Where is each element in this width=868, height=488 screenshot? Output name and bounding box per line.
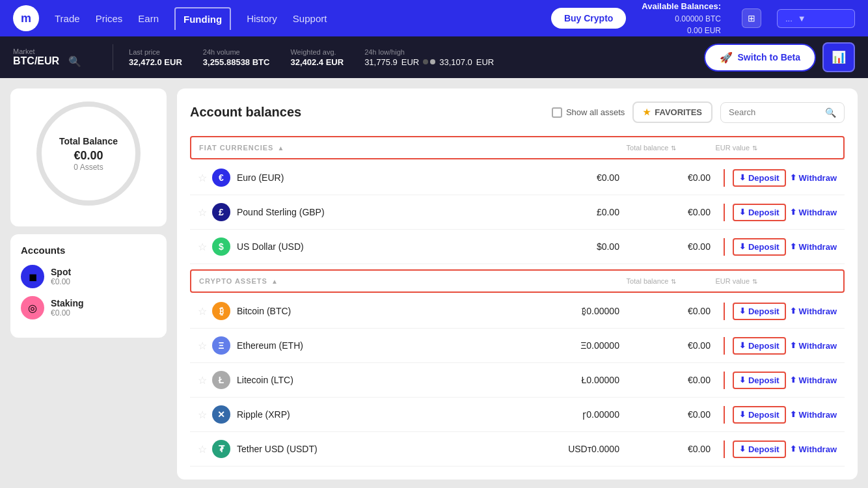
search-box: 🔍 xyxy=(720,102,845,123)
euro-eur-value: €0.00 xyxy=(632,172,724,183)
ltc-eur-value: €0.00 xyxy=(632,375,724,385)
nav-earn[interactable]: Earn xyxy=(138,10,159,27)
withdraw-arrow-icon: ⬆ xyxy=(790,341,796,350)
show-all-checkbox[interactable] xyxy=(552,107,562,118)
assets-count: 0 Assets xyxy=(74,163,103,172)
total-balance-col-header: Total balance ⇅ xyxy=(627,144,677,152)
nav-history[interactable]: History xyxy=(247,10,277,27)
btc-deposit-button[interactable]: ⬇ Deposit xyxy=(733,303,786,320)
nav-funding[interactable]: Funding xyxy=(174,7,231,30)
xrp-deposit-button[interactable]: ⬇ Deposit xyxy=(733,406,786,424)
gbp-name: Pound Sterling (GBP) xyxy=(237,207,515,217)
weighted-avg-stat: Weighted avg. 32,402.4 EUR xyxy=(290,48,364,67)
euro-icon: € xyxy=(212,169,230,187)
xrp-star[interactable]: ☆ xyxy=(198,409,207,421)
total-balance-label: Total Balance xyxy=(59,136,118,146)
search-input[interactable] xyxy=(729,107,820,117)
show-all-assets-toggle[interactable]: Show all assets xyxy=(552,107,625,118)
gbp-star[interactable]: ☆ xyxy=(198,206,207,219)
eth-balance: Ξ0.00000 xyxy=(515,340,632,351)
gbp-deposit-button[interactable]: ⬇ Deposit xyxy=(733,204,786,221)
top-navigation: m Trade Prices Earn Funding History Supp… xyxy=(0,0,868,36)
favorites-button[interactable]: ★ FAVORITES xyxy=(632,102,712,123)
xrp-eur-value: €0.00 xyxy=(632,409,724,420)
logo[interactable]: m xyxy=(13,5,39,31)
left-sidebar: Total Balance €0.00 0 Assets Accounts ◼ … xyxy=(10,88,167,480)
nav-prices[interactable]: Prices xyxy=(96,10,123,27)
staking-account-item[interactable]: ◎ Staking €0.00 xyxy=(21,296,156,319)
deposit-arrow-icon: ⬇ xyxy=(739,306,746,316)
crypto-eur-value-col-header: EUR value ⇅ xyxy=(715,277,757,285)
btc-icon: ₿ xyxy=(212,302,230,320)
btc-eur-value: €0.00 xyxy=(632,306,724,316)
usdt-deposit-button[interactable]: ⬇ Deposit xyxy=(733,441,786,458)
xrp-actions: ⬇ Deposit ⬆ Withdraw xyxy=(724,406,837,424)
gbp-actions: ⬇ Deposit ⬆ Withdraw xyxy=(724,204,837,221)
nav-support[interactable]: Support xyxy=(293,10,327,27)
gbp-balance: £0.00 xyxy=(515,207,632,217)
btc-actions: ⬇ Deposit ⬆ Withdraw xyxy=(724,303,837,320)
usd-actions: ⬇ Deposit ⬆ Withdraw xyxy=(724,238,837,256)
gbp-withdraw-button[interactable]: ⬆ Withdraw xyxy=(790,208,837,217)
account-dropdown[interactable]: ... ▼ xyxy=(777,9,855,28)
crypto-total-balance-col-header: Total balance ⇅ xyxy=(627,277,677,285)
market-label: Market xyxy=(13,47,81,55)
ltc-deposit-button[interactable]: ⬇ Deposit xyxy=(733,372,786,389)
euro-star[interactable]: ☆ xyxy=(198,172,207,184)
btc-withdraw-button[interactable]: ⬆ Withdraw xyxy=(790,306,837,316)
withdraw-arrow-icon: ⬆ xyxy=(790,306,796,316)
usdt-star[interactable]: ☆ xyxy=(198,443,207,455)
usd-deposit-button[interactable]: ⬇ Deposit xyxy=(733,238,786,256)
rocket-icon: 🚀 xyxy=(720,51,733,64)
nav-trade[interactable]: Trade xyxy=(55,10,80,27)
fiat-section-header: FIAT CURRENCIES ▲ Total balance ⇅ EUR va… xyxy=(190,136,845,159)
switch-to-beta-button[interactable]: 🚀 Switch to Beta xyxy=(704,44,816,72)
deposit-arrow-icon: ⬇ xyxy=(739,410,746,419)
euro-row: ☆ € Euro (EUR) €0.00 €0.00 ⬇ Deposit ⬆ W… xyxy=(190,161,845,195)
withdraw-arrow-icon: ⬆ xyxy=(790,444,796,454)
xrp-withdraw-button[interactable]: ⬆ Withdraw xyxy=(790,410,837,420)
usdt-withdraw-button[interactable]: ⬆ Withdraw xyxy=(790,444,837,454)
market-bar: Market BTC/EUR 🔍 Last price 32,472.0 EUR… xyxy=(0,36,868,78)
usdt-name: Tether USD (USDT) xyxy=(237,444,515,454)
eth-star[interactable]: ☆ xyxy=(198,340,207,352)
eur-value-col-header: EUR value ⇅ xyxy=(715,144,757,152)
ltc-star[interactable]: ☆ xyxy=(198,374,207,386)
gbp-icon: £ xyxy=(212,203,230,221)
buy-crypto-button[interactable]: Buy Crypto xyxy=(551,8,626,29)
eth-deposit-button[interactable]: ⬇ Deposit xyxy=(733,337,786,355)
search-icon: 🔍 xyxy=(825,107,836,118)
usd-star[interactable]: ☆ xyxy=(198,241,207,253)
content-header: Account balances Show all assets ★ FAVOR… xyxy=(190,102,845,123)
usdt-eur-value: €0.00 xyxy=(632,444,724,454)
usd-balance: $0.00 xyxy=(515,241,632,252)
withdraw-arrow-icon: ⬆ xyxy=(790,242,796,251)
gbp-row: ☆ £ Pound Sterling (GBP) £0.00 €0.00 ⬇ D… xyxy=(190,195,845,230)
withdraw-arrow-icon: ⬆ xyxy=(790,410,796,419)
eth-withdraw-button[interactable]: ⬆ Withdraw xyxy=(790,341,837,351)
withdraw-arrow-icon: ⬆ xyxy=(790,173,796,182)
grid-icon[interactable]: ⊞ xyxy=(742,8,761,28)
withdraw-arrow-icon: ⬆ xyxy=(790,375,796,385)
euro-withdraw-button[interactable]: ⬆ Withdraw xyxy=(790,173,837,183)
low-high-stat: 24h low/high 31,775.9 EUR 33,107.0 EUR xyxy=(364,48,515,67)
spot-icon: ◼ xyxy=(21,265,44,288)
spot-account-item[interactable]: ◼ Spot €0.00 xyxy=(21,265,156,288)
btc-balance: ₿0.00000 xyxy=(515,306,632,316)
ltc-row: ☆ Ł Litecoin (LTC) Ł0.00000 €0.00 ⬇ Depo… xyxy=(190,363,845,398)
ltc-withdraw-button[interactable]: ⬆ Withdraw xyxy=(790,375,837,385)
accounts-title: Accounts xyxy=(21,245,156,256)
btc-star[interactable]: ☆ xyxy=(198,305,207,318)
gbp-eur-value: €0.00 xyxy=(632,207,724,217)
usd-withdraw-button[interactable]: ⬆ Withdraw xyxy=(790,242,837,252)
market-search-icon[interactable]: 🔍 xyxy=(68,55,81,68)
page-title: Account balances xyxy=(190,105,544,120)
eth-actions: ⬇ Deposit ⬆ Withdraw xyxy=(724,337,837,355)
balance-circle: Total Balance €0.00 0 Assets xyxy=(36,102,141,206)
deposit-arrow-icon: ⬇ xyxy=(739,375,746,385)
xrp-name: Ripple (XRP) xyxy=(237,409,515,420)
btc-name: Bitcoin (BTC) xyxy=(237,306,515,316)
crypto-section-header: CRYPTO ASSETS ▲ Total balance ⇅ EUR valu… xyxy=(190,269,845,293)
chart-icon-button[interactable]: 📊 xyxy=(822,42,855,72)
euro-deposit-button[interactable]: ⬇ Deposit xyxy=(733,169,786,187)
